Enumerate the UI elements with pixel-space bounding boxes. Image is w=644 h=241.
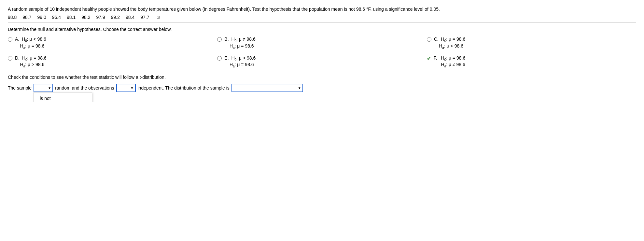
data-value-2: 98.7 (22, 15, 31, 20)
hypotheses-grid: A. H0: μ < 98.6 Ha: μ = 98.6 B. H0: μ ≠ … (8, 36, 636, 68)
hypothesis-option-F[interactable]: ✔ F. H0: μ = 98.6 Ha: μ ≠ 98.6 (427, 55, 636, 68)
hyp-E-label: E. H0: μ > 98.6 (224, 55, 256, 62)
dropdown3-wrapper: ▼ (231, 84, 303, 92)
dropdown2-arrow: ▼ (131, 86, 134, 90)
data-value-7: 97.9 (96, 15, 105, 20)
hyp-lines-C: C. H0: μ = 98.6 Ha: μ < 98.6 (434, 36, 466, 50)
dropdown3-arrow: ▼ (298, 86, 301, 90)
hypothesis-option-E[interactable]: E. H0: μ > 98.6 Ha: μ = 98.6 (217, 55, 427, 68)
dropdown1-wrapper: ▼ is not is (34, 84, 53, 92)
sample-row: The sample ▼ is not is random and the ob… (8, 84, 636, 92)
data-value-4: 96.4 (52, 15, 61, 20)
data-value-5: 98.1 (67, 15, 76, 20)
hyp-F-alt: Ha: μ ≠ 98.6 (441, 62, 466, 68)
radio-D[interactable] (8, 56, 12, 61)
hyp-B-label: B. H0: μ ≠ 98.6 (224, 36, 255, 43)
hyp-F-label: H0: μ = 98.6 (441, 55, 466, 62)
problem-text: A random sample of 10 independent health… (8, 6, 626, 13)
hyp-lines-E: E. H0: μ > 98.6 Ha: μ = 98.6 (224, 55, 256, 68)
radio-C[interactable] (427, 37, 431, 42)
hyp-D-label: D. H0: μ = 98.6 (15, 55, 47, 62)
data-value-1: 98.8 (8, 15, 17, 20)
conditions-title: Check the conditions to see whether the … (8, 75, 636, 80)
dropdown2-wrapper: ▼ (116, 84, 136, 92)
hypothesis-option-C[interactable]: C. H0: μ = 98.6 Ha: μ < 98.6 (427, 36, 636, 50)
radio-A[interactable] (8, 37, 12, 42)
sample-text-part1: The sample (8, 85, 32, 91)
hypotheses-section-title: Determine the null and alternative hypot… (8, 27, 636, 32)
dropdown1-item-isnot[interactable]: is not (34, 92, 92, 102)
hypothesis-option-D[interactable]: D. H0: μ = 98.6 Ha: μ > 98.6 (8, 55, 217, 68)
hyp-E-alt: Ha: μ = 98.6 (224, 62, 256, 68)
data-value-6: 98.2 (81, 15, 90, 20)
dropdown1[interactable]: ▼ (34, 84, 53, 92)
sample-text-part3: independent. The distribution of the sam… (138, 85, 230, 91)
data-row: 98.8 98.7 99.0 96.4 98.1 98.2 97.9 99.2 … (8, 15, 636, 20)
radio-B[interactable] (217, 37, 222, 42)
sample-text-part2: random and the observations (55, 85, 114, 91)
hypothesis-option-B[interactable]: B. H0: μ ≠ 98.6 Ha: μ = 98.6 (217, 36, 427, 50)
hyp-lines-D: D. H0: μ = 98.6 Ha: μ > 98.6 (15, 55, 47, 68)
hyp-B-alt: Ha: μ = 98.6 (224, 43, 255, 50)
hypothesis-option-A[interactable]: A. H0: μ < 98.6 Ha: μ = 98.6 (8, 36, 217, 50)
problem-statement: A random sample of 10 independent health… (8, 7, 440, 12)
hyp-lines-F: H0: μ = 98.6 Ha: μ ≠ 98.6 (441, 55, 466, 68)
radio-E[interactable] (217, 56, 222, 61)
dropdown2[interactable]: ▼ (116, 84, 136, 92)
hyp-A-alt: Ha: μ = 98.6 (15, 43, 46, 50)
hyp-lines-A: A. H0: μ < 98.6 Ha: μ = 98.6 (15, 36, 46, 50)
hyp-D-alt: Ha: μ > 98.6 (15, 62, 47, 68)
data-value-9: 98.4 (126, 15, 134, 20)
section-divider (8, 22, 636, 23)
checkmark-F: ✔ (427, 55, 431, 62)
hyp-lines-B: B. H0: μ ≠ 98.6 Ha: μ = 98.6 (224, 36, 255, 50)
dropdown3[interactable]: ▼ (231, 84, 303, 92)
data-value-10: 97.7 (140, 15, 149, 20)
dropdown1-arrow: ▼ (48, 86, 51, 90)
data-value-8: 99.2 (111, 15, 120, 20)
conditions-section: Check the conditions to see whether the … (8, 75, 636, 92)
hyp-C-label: C. H0: μ = 98.6 (434, 36, 466, 43)
data-value-3: 99.0 (37, 15, 46, 20)
dropdown1-menu: is not is (34, 92, 92, 102)
copy-icon[interactable]: ⊡ (157, 15, 160, 20)
hyp-C-alt: Ha: μ < 98.6 (434, 43, 466, 50)
hyp-A-label: A. H0: μ < 98.6 (15, 36, 46, 43)
